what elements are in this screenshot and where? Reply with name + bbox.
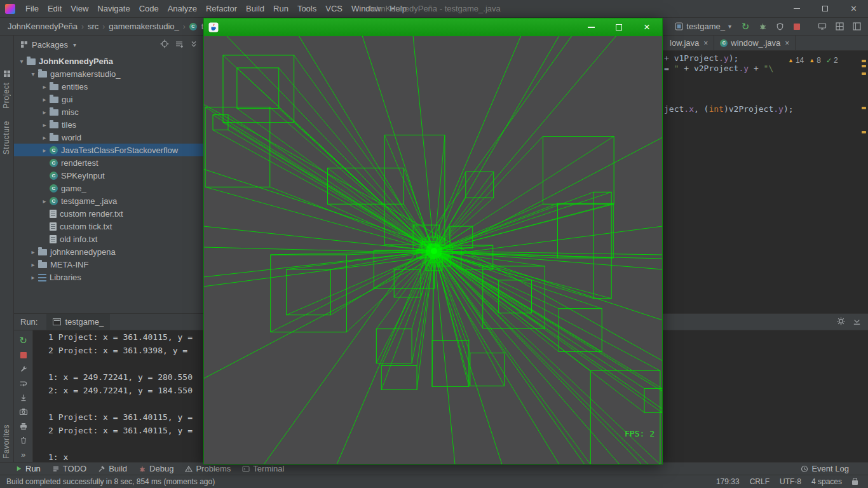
- close-button[interactable]: ×: [839, 0, 868, 17]
- tree-item-custom-tick-txt[interactable]: custom tick.txt: [14, 220, 203, 233]
- menu-tools[interactable]: Tools: [293, 4, 321, 13]
- minimize-button[interactable]: [782, 0, 811, 17]
- error-stripe-mark[interactable]: [862, 65, 866, 67]
- run-panel-actions: [836, 316, 862, 326]
- editor-tab-low-java[interactable]: low.java×: [664, 36, 714, 50]
- expand-selection-icon[interactable]: [175, 39, 184, 48]
- menu-navigate[interactable]: Navigate: [93, 4, 134, 13]
- error-stripe-mark[interactable]: [862, 131, 866, 133]
- left-tool-strip: Project Structure Favorites: [0, 36, 14, 462]
- menu-view[interactable]: View: [66, 4, 93, 13]
- error-stripe-mark[interactable]: [862, 72, 866, 75]
- menu-code[interactable]: Code: [135, 4, 163, 13]
- tree-item-gamemakerstudio[interactable]: ▾gamemakerstudio_: [14, 67, 203, 80]
- tree-item-johnkennedypena[interactable]: ▸johnkennedypena: [14, 245, 203, 258]
- tree-item-testgame-java[interactable]: ▸Ctestgame_.java: [14, 194, 203, 207]
- editor-tab-window-java[interactable]: Cwindow_.java×: [714, 36, 796, 50]
- tool-window-switcher-icon[interactable]: [3, 70, 11, 78]
- menu-file[interactable]: File: [21, 4, 43, 13]
- collapse-all-icon[interactable]: [189, 39, 198, 48]
- menu-analyze[interactable]: Analyze: [163, 4, 201, 13]
- more-actions-icon[interactable]: »: [14, 448, 32, 462]
- tree-item-gui[interactable]: ▸gui: [14, 93, 203, 105]
- close-tab-icon[interactable]: ×: [703, 39, 708, 48]
- tree-item-world[interactable]: ▸world: [14, 131, 203, 144]
- breadcrumb-item-src[interactable]: src: [86, 22, 100, 31]
- rerun-button[interactable]: ↻: [738, 20, 753, 34]
- toolwindow-button-build[interactable]: Build: [98, 463, 127, 475]
- menu-build[interactable]: Build: [241, 4, 269, 13]
- hide-panel-icon[interactable]: [852, 316, 862, 326]
- game-maximize-button[interactable]: [605, 18, 633, 36]
- menu-run[interactable]: Run: [269, 4, 293, 13]
- toolwindow-button-todo[interactable]: TODO: [52, 463, 86, 475]
- breadcrumb-item-gamemakerstudio[interactable]: gamemakerstudio_: [107, 22, 180, 31]
- inspection-warning[interactable]: ▲8: [809, 56, 821, 65]
- menu-refactor[interactable]: Refactor: [201, 4, 241, 13]
- inspections-widget[interactable]: ▲14▲8✓2: [788, 56, 838, 65]
- locate-icon[interactable]: [160, 39, 169, 48]
- tool-strip-project[interactable]: Project: [2, 83, 11, 109]
- tree-item-tiles[interactable]: ▸tiles: [14, 118, 203, 131]
- tree-item-meta-inf[interactable]: ▸META-INF: [14, 258, 203, 271]
- stop-icon[interactable]: [14, 348, 32, 362]
- view-mode-label[interactable]: Packages: [32, 40, 68, 50]
- print-icon[interactable]: [14, 419, 32, 433]
- softwrap-icon[interactable]: [14, 376, 32, 390]
- rerun-icon[interactable]: ↻: [14, 334, 32, 348]
- tree-item-misc[interactable]: ▸misc: [14, 105, 203, 118]
- error-stripe-mark[interactable]: [862, 60, 866, 62]
- toolwindow-button-event-log[interactable]: Event Log: [801, 463, 849, 475]
- toolwindow-button-debug[interactable]: Debug: [139, 463, 173, 475]
- game-minimize-button[interactable]: [577, 18, 605, 36]
- tree-item-libraries[interactable]: ▸Libraries: [14, 271, 203, 283]
- java-app-icon: [208, 22, 219, 32]
- code-view[interactable]: + v1Project.y);= " + v2Project.y + "\jec…: [664, 51, 868, 313]
- menu-edit[interactable]: Edit: [43, 4, 66, 13]
- inspection-ok[interactable]: ✓2: [826, 56, 838, 65]
- tree-item-old-info-txt[interactable]: old info.txt: [14, 233, 203, 245]
- title-bar: FileEditViewNavigateCodeAnalyzeRefactorB…: [0, 0, 868, 18]
- tree-item-spkeyinput[interactable]: CSPKeyInput: [14, 169, 203, 182]
- tool-strip-favorites[interactable]: Favorites: [2, 424, 11, 459]
- settings-wrench-icon[interactable]: [14, 362, 32, 376]
- inspection-warning[interactable]: ▲14: [788, 56, 804, 65]
- stop-button[interactable]: [789, 20, 804, 34]
- tree-item-rendertest[interactable]: Crendertest: [14, 156, 203, 169]
- maximize-button[interactable]: [811, 0, 839, 17]
- layout-grid-icon[interactable]: [832, 20, 847, 34]
- game-window-titlebar[interactable]: ×: [204, 18, 662, 36]
- clear-trash-icon[interactable]: [14, 433, 32, 447]
- coverage-button[interactable]: [772, 20, 787, 34]
- tree-item-javatestclassforstackoverflow[interactable]: ▸CJavaTestClassForStackoverflow: [14, 144, 203, 156]
- settings-gear-icon[interactable]: [836, 316, 846, 326]
- line-separator[interactable]: CRLF: [750, 477, 770, 486]
- error-stripe-mark[interactable]: [862, 107, 866, 109]
- toolwindow-button-label: Build: [109, 464, 127, 473]
- file-encoding[interactable]: UTF-8: [780, 477, 801, 486]
- close-tab-icon[interactable]: ×: [785, 39, 789, 48]
- menu-vcs[interactable]: VCS: [321, 4, 347, 13]
- tree-item-entities[interactable]: ▸entities: [14, 80, 203, 93]
- toolwindow-button-run[interactable]: Run: [15, 463, 41, 475]
- caret-position[interactable]: 179:33: [716, 477, 740, 486]
- breadcrumb-item-johnkennedype-a[interactable]: JohnKennedyPeña: [6, 22, 79, 31]
- code-token: +: [664, 53, 674, 63]
- debug-button[interactable]: [755, 20, 770, 34]
- status-message[interactable]: Build completed successfully in 8 sec, 8…: [6, 477, 215, 486]
- tool-strip-structure[interactable]: Structure: [2, 121, 11, 154]
- indent-setting[interactable]: 4 spaces: [811, 477, 842, 486]
- run-config-selector[interactable]: testgame_ ▾: [670, 20, 736, 34]
- tree-item-custom-render-txt[interactable]: custom render.txt: [14, 207, 203, 220]
- readonly-lock-icon[interactable]: [852, 480, 858, 485]
- screenshot-icon[interactable]: [14, 405, 32, 419]
- game-viewport[interactable]: FPS: 2: [204, 36, 662, 464]
- game-close-button[interactable]: ×: [633, 18, 661, 36]
- sidebar-layout-icon[interactable]: [849, 20, 864, 34]
- run-tab-testgame[interactable]: testgame_: [46, 314, 110, 330]
- chevron-down-icon[interactable]: ▾: [73, 41, 76, 48]
- monitor-icon[interactable]: [815, 20, 830, 34]
- tree-item-johnkennedype-a[interactable]: ▾JohnKennedyPeña: [14, 55, 203, 67]
- tree-item-game[interactable]: Cgame_: [14, 182, 203, 194]
- scroll-to-end-icon[interactable]: [14, 391, 32, 405]
